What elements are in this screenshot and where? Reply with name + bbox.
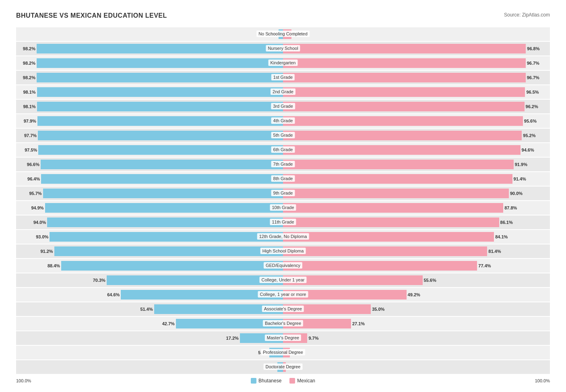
bar-row: 6th Grade97.5%94.6% [16, 143, 550, 157]
bar-row: 12th Grade, No Diploma93.0%84.1% [16, 230, 550, 244]
bar-row: No Schooling Completed1.8%3.3% [16, 27, 550, 41]
right-value-label: 87.8% [504, 205, 517, 210]
right-value-label: 96.2% [526, 104, 538, 109]
center-label: Master's Degree [265, 335, 301, 341]
bhutanese-legend-label: Bhutanese [258, 378, 281, 384]
left-value-label: 70.3% [93, 278, 105, 283]
bar-row: 2nd Grade98.1%96.5% [16, 85, 550, 99]
center-label: 10th Grade [270, 204, 296, 211]
left-value-label: 64.6% [107, 292, 120, 297]
bhutanese-bar [45, 203, 283, 213]
mexican-bar [283, 261, 477, 271]
right-value-label: 35.0% [372, 307, 384, 312]
bhutanese-bar [41, 174, 283, 184]
mexican-bar [283, 145, 521, 155]
right-value-label: 49.2% [408, 292, 420, 297]
left-value-label: 98.2% [23, 46, 35, 51]
bar-row: 7th Grade96.6%91.9% [16, 158, 550, 171]
left-value-label: 95.7% [29, 191, 41, 196]
center-label: 5th Grade [271, 132, 295, 138]
left-value-label: 98.2% [23, 61, 35, 66]
left-value-label: 98.2% [23, 75, 35, 80]
center-label: 8th Grade [271, 175, 295, 182]
center-label: 4th Grade [271, 117, 295, 124]
right-value-label: 77.4% [478, 263, 491, 268]
bhutanese-bar [37, 87, 283, 97]
right-value-label: 95.6% [524, 119, 537, 123]
mexican-bar [283, 116, 523, 126]
bars-container: No Schooling Completed1.8%3.3%Nursery Sc… [16, 27, 550, 374]
bar-row: 9th Grade95.7%90.0% [16, 187, 550, 200]
bar-row: 8th Grade96.4%91.4% [16, 172, 550, 186]
center-label: Nursery School [266, 45, 300, 51]
left-value-label: 96.4% [27, 177, 40, 181]
mexican-bar [283, 218, 499, 227]
bar-row: Associate's Degree51.4%35.0% [16, 302, 550, 316]
chart-title: BHUTANESE VS MEXICAN EDUCATION LEVEL [16, 12, 167, 19]
bar-row: Master's Degree17.2%9.7% [16, 331, 550, 345]
legend-item-bhutanese: Bhutanese [251, 378, 281, 384]
center-label: College, Under 1 year [259, 277, 306, 283]
mexican-legend-label: Mexican [297, 378, 315, 384]
bhutanese-bar [37, 58, 283, 68]
mexican-bar [283, 102, 525, 111]
bhutanese-bar [37, 44, 283, 53]
bhutanese-bar [50, 232, 283, 242]
bhutanese-bar [107, 275, 283, 285]
bar-row: High School Diploma91.2%81.4% [16, 244, 550, 258]
mexican-bar [283, 131, 522, 140]
bhutanese-bar [37, 73, 283, 82]
left-value-label: 97.5% [25, 148, 37, 152]
center-label: Associate's Degree [262, 306, 304, 312]
chart-header: BHUTANESE VS MEXICAN EDUCATION LEVEL Sou… [16, 12, 550, 19]
bhutanese-bar [47, 218, 283, 227]
chart-footer: 100.0% Bhutanese Mexican 100.0% [16, 378, 550, 384]
left-value-label: 91.2% [40, 249, 53, 254]
mexican-bar [283, 174, 512, 184]
bhutanese-bar [61, 261, 283, 271]
bar-row: 5th Grade97.7%95.2% [16, 129, 550, 142]
bar-row: College, 1 year or more64.6%49.2% [16, 288, 550, 302]
mexican-bar [283, 203, 503, 213]
legend-item-mexican: Mexican [289, 378, 315, 384]
center-label: Professional Degree [261, 349, 305, 355]
right-value-label: 96.5% [526, 90, 539, 94]
center-label: College, 1 year or more [258, 291, 308, 298]
chart-container: BHUTANESE VS MEXICAN EDUCATION LEVEL Sou… [8, 8, 558, 388]
left-value-label: 94.0% [33, 220, 46, 225]
center-label: Kindergarten [269, 60, 298, 66]
bar-row: Doctorate Degree2.3%1.2% [16, 360, 550, 374]
center-label: High School Diploma [260, 248, 306, 254]
right-value-label: 94.6% [522, 148, 534, 152]
mexican-bar [283, 44, 526, 53]
bhutanese-bar [37, 116, 283, 126]
chart-source: Source: ZipAtlas.com [504, 12, 550, 18]
center-label: GED/Equivalency [264, 262, 302, 269]
bar-row: Nursery School98.2%96.8% [16, 42, 550, 55]
right-value-label: 96.8% [527, 46, 539, 51]
bar-row: 1st Grade98.2%96.7% [16, 71, 550, 84]
mexican-legend-box [289, 378, 295, 384]
right-value-label: 9.7% [308, 336, 318, 341]
right-value-label: 81.4% [488, 249, 501, 254]
right-value-label: 27.1% [352, 321, 365, 326]
bhutanese-bar [41, 160, 283, 169]
right-value-label: 90.0% [510, 191, 523, 196]
left-value-label: 96.6% [27, 162, 39, 167]
right-value-label: 84.1% [495, 234, 508, 239]
bar-row: GED/Equivalency88.4%77.4% [16, 259, 550, 273]
center-label: 1st Grade [271, 74, 295, 80]
center-label: 12th Grade, No Diploma [257, 233, 309, 240]
mexican-bar [283, 160, 514, 169]
left-value-label: 17.2% [226, 336, 239, 341]
bhutanese-bar [38, 131, 283, 140]
footer-right-label: 100.0% [535, 378, 550, 383]
mexican-bar [283, 87, 525, 97]
legend: Bhutanese Mexican [31, 378, 535, 384]
left-value-label: 94.9% [31, 205, 43, 210]
center-label: 6th Grade [271, 146, 295, 153]
mexican-bar [283, 189, 509, 198]
right-value-label: 95.2% [523, 133, 535, 138]
bar-row: Kindergarten98.2%96.7% [16, 56, 550, 70]
right-value-label: 91.4% [514, 177, 526, 181]
